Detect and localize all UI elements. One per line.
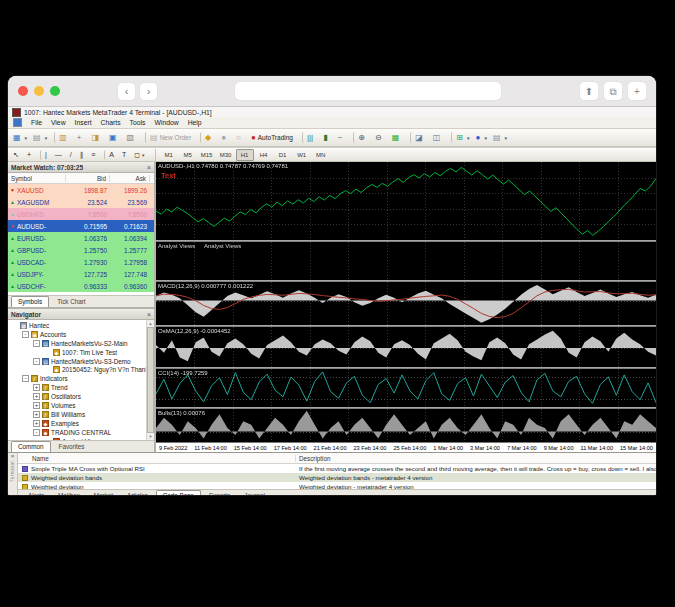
scroll-up-icon[interactable]: ▲ bbox=[149, 321, 153, 326]
menu-item[interactable]: Charts bbox=[101, 119, 121, 126]
tree-item[interactable]: ◆ 20150452: Nguy?n V?n Thanh bbox=[8, 365, 146, 374]
tree-item[interactable]: + ƒ Oscillators bbox=[8, 392, 146, 401]
terminal-tab[interactable]: Mailbox bbox=[52, 491, 86, 495]
share-icon[interactable]: ⬆ bbox=[580, 82, 598, 100]
timeframe-button[interactable]: M30 bbox=[217, 149, 235, 161]
timeframe-button[interactable]: D1 bbox=[274, 149, 292, 161]
back-button[interactable]: ‹ bbox=[118, 83, 135, 100]
toolbar-button[interactable]: ◫ bbox=[431, 132, 447, 143]
market-watch-row[interactable]: ▲GBPUSD- 1.25750 1.25777 bbox=[8, 244, 154, 256]
timeframe-button[interactable]: H1 bbox=[236, 149, 254, 161]
timeframe-button[interactable]: MN bbox=[312, 149, 330, 161]
tree-item[interactable]: ▦ Hantec bbox=[8, 321, 146, 330]
toolbar-button[interactable]: ▣ bbox=[107, 132, 123, 143]
timeframe-button[interactable]: M15 bbox=[198, 149, 216, 161]
tree-item[interactable]: + ƒ Trend bbox=[8, 383, 146, 392]
new-tab-button[interactable]: + bbox=[628, 82, 646, 100]
drawing-tool-button[interactable]: | bbox=[40, 150, 51, 160]
market-watch-row[interactable]: ▲EURUSD- 1.06376 1.06394 bbox=[8, 232, 154, 244]
osma-pane[interactable]: OsMA(12,26,9) -0.0004452 bbox=[156, 327, 656, 367]
codebase-row[interactable]: Weighted deviation bands Weighted deviat… bbox=[18, 473, 656, 482]
drawing-tool-button[interactable]: T bbox=[120, 150, 130, 160]
tree-expander-icon[interactable]: + bbox=[33, 384, 40, 391]
toolbar-button[interactable]: ◆ bbox=[200, 132, 217, 143]
navigator-scrollbar[interactable]: ▲ ▼ bbox=[146, 320, 154, 440]
drawing-tool-button[interactable]: + bbox=[25, 150, 35, 160]
tree-expander-icon[interactable]: + bbox=[33, 393, 40, 400]
tree-expander-icon[interactable]: - bbox=[33, 340, 40, 347]
drawing-tool-button[interactable]: — bbox=[53, 150, 66, 160]
terminal-tab[interactable]: Market bbox=[88, 491, 119, 495]
toolbar-button[interactable]: ⊖ bbox=[373, 132, 388, 143]
market-watch-row[interactable]: ▲USDHKD 7.8500 7.8500 bbox=[8, 208, 154, 220]
timeframe-button[interactable]: W1 bbox=[293, 149, 311, 161]
tree-expander-icon[interactable]: + bbox=[33, 402, 40, 409]
column-symbol[interactable]: Symbol bbox=[8, 175, 66, 182]
menu-item[interactable]: Window bbox=[154, 119, 178, 126]
market-watch-row[interactable]: ▼AUDUSD- 0.71595 0.71623 bbox=[8, 220, 154, 232]
column-bid[interactable]: Bid bbox=[66, 175, 110, 182]
drawing-tool-button[interactable]: ∥ bbox=[78, 150, 88, 160]
tab-symbols[interactable]: Symbols bbox=[11, 296, 49, 307]
tree-expander-icon[interactable]: - bbox=[22, 331, 29, 338]
codebase-row[interactable]: Weighted deviation Weighted deviation - … bbox=[18, 482, 656, 489]
toolbar-button[interactable]: ▦ ▾ bbox=[11, 132, 29, 143]
terminal-tab[interactable]: Journal bbox=[238, 491, 271, 495]
fullscreen-window-button[interactable] bbox=[50, 86, 60, 96]
toolbar-button[interactable]: ▥ bbox=[54, 132, 73, 143]
drawing-tool-button[interactable]: / bbox=[68, 150, 76, 160]
market-watch-row[interactable]: ▲USDCAD- 1.27930 1.27958 bbox=[8, 256, 154, 268]
menu-item[interactable]: View bbox=[51, 119, 66, 126]
market-watch-row[interactable]: ▼XAUUSD 1898.87 1899.26 bbox=[8, 184, 154, 196]
tree-item[interactable]: - ▤ HantecMarketsVu-S3-Demo bbox=[8, 357, 146, 366]
tree-expander-icon[interactable]: - bbox=[33, 358, 40, 365]
column-description[interactable]: Description bbox=[296, 455, 656, 462]
menu-item[interactable]: Help bbox=[188, 119, 202, 126]
tab-tick-chart[interactable]: Tick Chart bbox=[51, 297, 91, 307]
menu-item[interactable]: Insert bbox=[75, 119, 92, 126]
close-icon[interactable]: × bbox=[147, 311, 151, 318]
menu-item[interactable]: File bbox=[31, 119, 42, 126]
toolbar-button[interactable]: ○ bbox=[234, 132, 247, 143]
toolbar-button[interactable]: ● AutoTrading bbox=[249, 132, 297, 143]
market-watch-row[interactable]: ▲USDJPY- 127.725 127.748 bbox=[8, 268, 154, 280]
terminal-tab[interactable]: Code Base bbox=[156, 490, 201, 495]
market-watch-header[interactable]: Market Watch: 07:03:25 × bbox=[8, 162, 154, 173]
bulls-power-pane[interactable]: Bulls(13) 0.00076 bbox=[156, 409, 656, 442]
toolbar-button[interactable]: ◨ bbox=[89, 132, 105, 143]
tree-item[interactable]: - ▣ Accounts bbox=[8, 330, 146, 339]
tree-expander-icon[interactable]: - bbox=[33, 429, 40, 436]
toolbar-button[interactable]: ▤ ▾ bbox=[491, 132, 509, 143]
market-watch-row[interactable]: ▲USDCHF- 0.96333 0.96360 bbox=[8, 280, 154, 292]
address-bar[interactable] bbox=[235, 82, 501, 100]
close-window-button[interactable] bbox=[18, 86, 28, 96]
tab-favorites[interactable]: Favorites bbox=[53, 442, 91, 452]
tab-common[interactable]: Common bbox=[11, 441, 51, 452]
tree-item[interactable]: + ƒ Bill Williams bbox=[8, 410, 146, 419]
tree-item[interactable]: + ƒ Volumes bbox=[8, 401, 146, 410]
toolbar-button[interactable]: ● bbox=[219, 132, 232, 143]
drawing-tool-button[interactable]: ↖ bbox=[11, 150, 23, 160]
scroll-down-icon[interactable]: ▼ bbox=[149, 434, 153, 439]
timeframe-button[interactable]: M5 bbox=[179, 149, 197, 161]
terminal-tab[interactable]: Articles bbox=[121, 491, 154, 495]
toolbar-button[interactable]: ▮ bbox=[321, 132, 333, 143]
toolbar-button[interactable]: ||| bbox=[302, 132, 319, 143]
terminal-tab[interactable]: Alerts bbox=[22, 491, 50, 495]
tree-expander-icon[interactable]: - bbox=[22, 375, 29, 382]
codebase-row[interactable]: Simple Triple MA Cross with Optional RSI… bbox=[18, 464, 656, 473]
toolbar-button[interactable]: ◪ bbox=[410, 132, 429, 143]
menu-item[interactable]: Tools bbox=[130, 119, 146, 126]
tree-item[interactable]: + ◆ Examples bbox=[8, 419, 146, 428]
close-icon[interactable]: × bbox=[11, 453, 15, 460]
market-watch-row[interactable]: ▲XAGUSDM 23.524 23.569 bbox=[8, 196, 154, 208]
toolbar-button[interactable]: ⊕ bbox=[353, 132, 371, 143]
timeframe-button[interactable]: H4 bbox=[255, 149, 273, 161]
tabs-overview-icon[interactable]: ⧉ bbox=[604, 82, 622, 100]
toolbar-button[interactable]: ▤ ▾ bbox=[31, 132, 49, 143]
tree-expander-icon[interactable]: + bbox=[33, 420, 40, 427]
drawing-tool-button[interactable]: A bbox=[104, 150, 118, 160]
toolbar-button[interactable]: ⊞ ▾ bbox=[451, 132, 471, 143]
navigator-header[interactable]: Navigator × bbox=[8, 309, 154, 320]
minimize-window-button[interactable] bbox=[34, 86, 44, 96]
